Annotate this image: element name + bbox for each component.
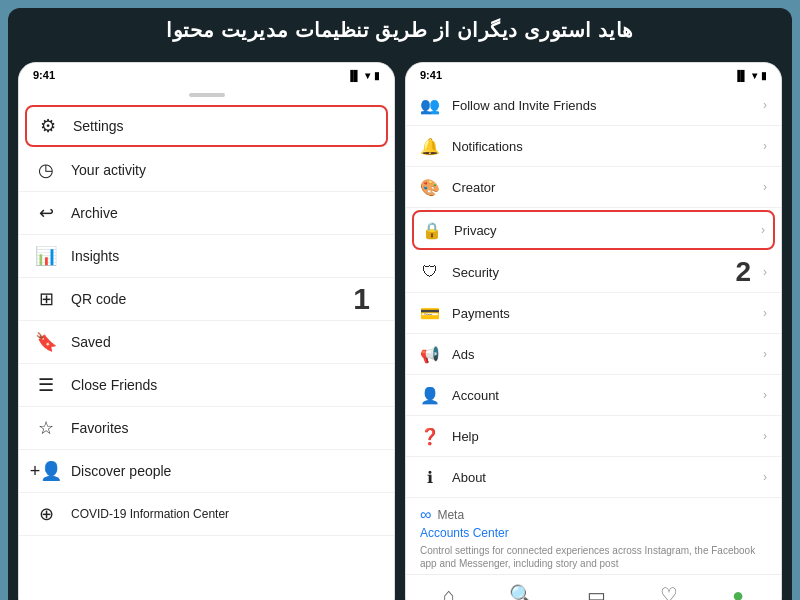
menu-item-privacy[interactable]: 🔒 Privacy › (412, 210, 775, 250)
right-phone-content: 👥 Follow and Invite Friends › 🔔 Notifica… (406, 85, 781, 600)
payments-icon: 💳 (420, 303, 440, 323)
security-label: Security (452, 265, 499, 280)
meta-infinity-icon: ∞ (420, 506, 431, 524)
reels-nav-icon[interactable]: ▭ (587, 583, 606, 600)
signal-icon: ▐▌ (347, 70, 361, 81)
settings-item-covid[interactable]: ⊕ COVID-19 Information Center (19, 493, 394, 536)
creator-chevron: › (763, 180, 767, 194)
settings-item-discover[interactable]: +👤 Discover people (19, 450, 394, 493)
right-signal-icon: ▐▌ (734, 70, 748, 81)
menu-item-account[interactable]: 👤 Account › (406, 375, 781, 416)
right-battery-icon: ▮ (761, 70, 767, 81)
settings-item-saved[interactable]: 🔖 Saved (19, 321, 394, 364)
notifications-chevron: › (763, 139, 767, 153)
meta-logo: ∞ Meta (420, 506, 767, 524)
creator-label: Creator (452, 180, 495, 195)
home-nav-icon[interactable]: ⌂ (443, 584, 455, 601)
menu-item-creator[interactable]: 🎨 Creator › (406, 167, 781, 208)
close-friends-label: Close Friends (71, 377, 157, 393)
favorites-label: Favorites (71, 420, 129, 436)
left-drag-handle-area (19, 85, 394, 103)
activity-label: Your activity (71, 162, 146, 178)
menu-item-follow[interactable]: 👥 Follow and Invite Friends › (406, 85, 781, 126)
archive-icon: ↩ (35, 202, 57, 224)
settings-item-favorites[interactable]: ☆ Favorites (19, 407, 394, 450)
left-phone-content: ⚙ Settings ◷ Your activity ↩ Archive 📊 I… (19, 85, 394, 600)
meta-label: Meta (437, 508, 464, 522)
menu-item-payments[interactable]: 💳 Payments › (406, 293, 781, 334)
heart-nav-icon[interactable]: ♡ (660, 583, 678, 600)
qrcode-icon: ⊞ (35, 288, 57, 310)
help-icon: ❓ (420, 426, 440, 446)
payments-chevron: › (763, 306, 767, 320)
phone-left: 9:41 ▐▌ ▾ ▮ ⚙ Settings ◷ Your a (18, 62, 395, 600)
discover-icon: +👤 (35, 460, 57, 482)
right-status-icons: ▐▌ ▾ ▮ (734, 70, 767, 81)
follow-icon: 👥 (420, 95, 440, 115)
accounts-center-link[interactable]: Accounts Center (420, 526, 767, 540)
about-label: About (452, 470, 486, 485)
covid-label: COVID-19 Information Center (71, 507, 229, 521)
battery-icon: ▮ (374, 70, 380, 81)
saved-label: Saved (71, 334, 111, 350)
right-status-bar: 9:41 ▐▌ ▾ ▮ (406, 63, 781, 85)
activity-icon: ◷ (35, 159, 57, 181)
settings-item-insights[interactable]: 📊 Insights (19, 235, 394, 278)
settings-item-qrcode[interactable]: ⊞ QR code 1 (19, 278, 394, 321)
account-chevron: › (763, 388, 767, 402)
left-status-icons: ▐▌ ▾ ▮ (347, 70, 380, 81)
account-icon: 👤 (420, 385, 440, 405)
drag-handle (189, 93, 225, 97)
menu-item-security[interactable]: 🛡 Security › 2 (406, 252, 781, 293)
account-label: Account (452, 388, 499, 403)
settings-item-archive[interactable]: ↩ Archive (19, 192, 394, 235)
search-nav-icon[interactable]: 🔍 (509, 583, 534, 600)
menu-item-about[interactable]: ℹ About › (406, 457, 781, 498)
header-banner: هاید استوری دیگران از طریق تنظیمات مدیری… (8, 8, 792, 52)
follow-chevron: › (763, 98, 767, 112)
saved-icon: 🔖 (35, 331, 57, 353)
privacy-label: Privacy (454, 223, 497, 238)
covid-icon: ⊕ (35, 503, 57, 525)
notifications-label: Notifications (452, 139, 523, 154)
phone-right: 9:41 ▐▌ ▾ ▮ 👥 Follow and Invite Friends … (405, 62, 782, 600)
bottom-nav: ⌂ 🔍 ▭ ♡ ● (406, 574, 781, 600)
accounts-center-text[interactable]: Accounts Center (420, 526, 509, 540)
number-1-badge: 1 (353, 282, 370, 316)
close-friends-icon: ☰ (35, 374, 57, 396)
profile-nav-icon[interactable]: ● (732, 584, 744, 601)
menu-item-help[interactable]: ❓ Help › (406, 416, 781, 457)
archive-label: Archive (71, 205, 118, 221)
follow-label: Follow and Invite Friends (452, 98, 597, 113)
left-status-bar: 9:41 ▐▌ ▾ ▮ (19, 63, 394, 85)
payments-label: Payments (452, 306, 510, 321)
settings-icon: ⚙ (37, 115, 59, 137)
menu-item-ads[interactable]: 📢 Ads › (406, 334, 781, 375)
ads-label: Ads (452, 347, 474, 362)
privacy-icon: 🔒 (422, 220, 442, 240)
security-icon: 🛡 (420, 262, 440, 282)
menu-item-notifications[interactable]: 🔔 Notifications › (406, 126, 781, 167)
favorites-icon: ☆ (35, 417, 57, 439)
right-wifi-icon: ▾ (752, 70, 757, 81)
privacy-chevron: › (761, 223, 765, 237)
settings-item-settings[interactable]: ⚙ Settings (25, 105, 388, 147)
ads-chevron: › (763, 347, 767, 361)
help-label: Help (452, 429, 479, 444)
about-chevron: › (763, 470, 767, 484)
about-icon: ℹ (420, 467, 440, 487)
banner-text: هاید استوری دیگران از طریق تنظیمات مدیری… (166, 19, 633, 41)
discover-label: Discover people (71, 463, 171, 479)
creator-icon: 🎨 (420, 177, 440, 197)
meta-description: Control settings for connected experienc… (420, 544, 767, 570)
outer-wrapper: هاید استوری دیگران از طریق تنظیمات مدیری… (0, 0, 800, 600)
help-chevron: › (763, 429, 767, 443)
number-2-badge: 2 (735, 256, 751, 288)
settings-item-close-friends[interactable]: ☰ Close Friends (19, 364, 394, 407)
settings-item-activity[interactable]: ◷ Your activity (19, 149, 394, 192)
wifi-icon: ▾ (365, 70, 370, 81)
meta-section: ∞ Meta Accounts Center Control settings … (406, 498, 781, 574)
insights-icon: 📊 (35, 245, 57, 267)
insights-label: Insights (71, 248, 119, 264)
notifications-icon: 🔔 (420, 136, 440, 156)
